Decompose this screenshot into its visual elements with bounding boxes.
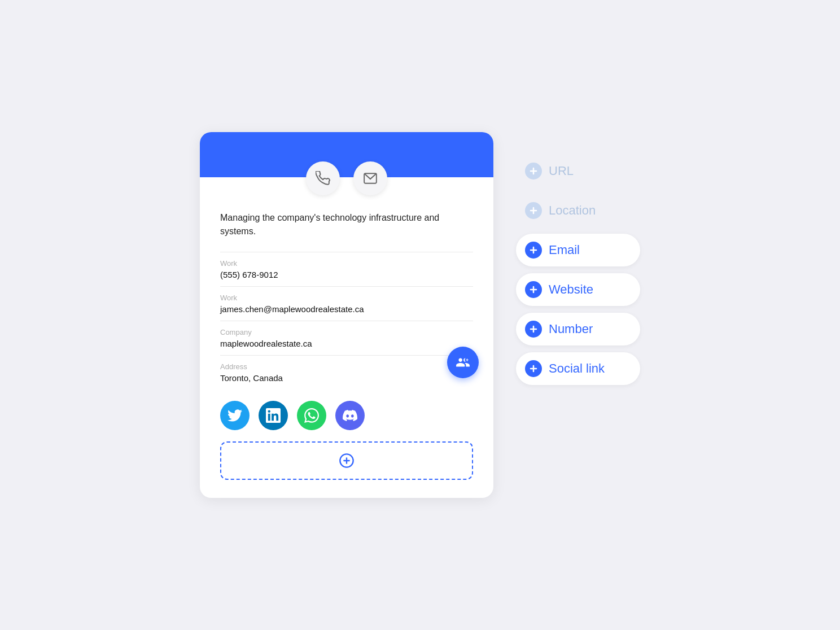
card-body: Managing the company's technology infras… <box>200 177 493 498</box>
work-phone-label: Work <box>220 259 473 268</box>
number-label: Number <box>549 322 593 336</box>
email-button[interactable] <box>353 161 387 195</box>
url-label: URL <box>549 164 574 178</box>
discord-icon[interactable] <box>335 401 365 430</box>
plus-icon <box>529 167 538 176</box>
add-social-link-button[interactable]: Social link <box>516 352 640 385</box>
twitter-bird-icon <box>228 408 242 423</box>
plus-icon-num <box>529 325 538 334</box>
add-website-button[interactable]: Website <box>516 273 640 306</box>
number-plus-icon <box>525 321 542 338</box>
divider-4 <box>220 355 473 356</box>
linkedin-logo-icon <box>266 408 281 423</box>
plus-icon-email <box>529 246 538 255</box>
discord-logo-icon <box>343 408 357 423</box>
plus-icon-social <box>529 364 538 373</box>
contact-card: Managing the company's technology infras… <box>200 132 493 498</box>
location-label: Location <box>549 203 596 218</box>
add-field-button[interactable] <box>220 441 473 480</box>
add-location-button[interactable]: Location <box>516 194 640 227</box>
url-plus-icon <box>525 163 542 180</box>
field-company: Company maplewoodrealestate.ca <box>220 328 473 348</box>
divider-2 <box>220 286 473 287</box>
email-opt-label: Email <box>549 243 580 257</box>
description-text: Managing the company's technology infras… <box>220 211 473 238</box>
plus-circle-icon <box>339 453 355 469</box>
add-url-button[interactable]: URL <box>516 155 640 187</box>
social-link-plus-icon <box>525 360 542 377</box>
website-label: Website <box>549 282 593 297</box>
website-plus-icon <box>525 281 542 298</box>
add-contact-button[interactable]: + <box>447 347 479 378</box>
field-work-phone: Work (555) 678-9012 <box>220 259 473 279</box>
action-icons <box>306 161 387 195</box>
page-wrapper: Managing the company's technology infras… <box>177 110 663 520</box>
call-button[interactable] <box>306 161 340 195</box>
address-row: Address Toronto, Canada + <box>220 362 473 390</box>
work-email-label: Work <box>220 294 473 302</box>
whatsapp-logo-icon <box>304 408 319 423</box>
field-work-email: Work james.chen@maplewoodrealestate.ca <box>220 294 473 314</box>
plus-icon-loc <box>529 206 538 215</box>
plus-icon-web <box>529 285 538 294</box>
whatsapp-icon[interactable] <box>297 401 326 430</box>
twitter-icon[interactable] <box>220 401 250 430</box>
work-phone-value: (555) 678-9012 <box>220 270 473 279</box>
divider-3 <box>220 321 473 321</box>
card-header <box>200 132 493 177</box>
address-content: Address Toronto, Canada <box>220 362 473 390</box>
address-value: Toronto, Canada <box>220 373 473 383</box>
phone-icon <box>316 171 330 186</box>
company-value: maplewoodrealestate.ca <box>220 339 473 348</box>
mail-icon <box>363 171 378 186</box>
social-row <box>220 401 473 430</box>
add-email-button[interactable]: Email <box>516 234 640 266</box>
location-plus-icon <box>525 202 542 219</box>
work-email-value: james.chen@maplewoodrealestate.ca <box>220 304 473 314</box>
svg-text:+: + <box>466 357 469 363</box>
social-link-label: Social link <box>549 361 605 376</box>
right-panel: URL Location Email Website <box>516 132 640 385</box>
add-number-button[interactable]: Number <box>516 313 640 345</box>
linkedin-icon[interactable] <box>259 401 288 430</box>
add-person-icon: + <box>456 355 470 370</box>
address-label: Address <box>220 362 473 371</box>
company-label: Company <box>220 328 473 336</box>
divider-1 <box>220 252 473 252</box>
email-plus-icon <box>525 242 542 259</box>
